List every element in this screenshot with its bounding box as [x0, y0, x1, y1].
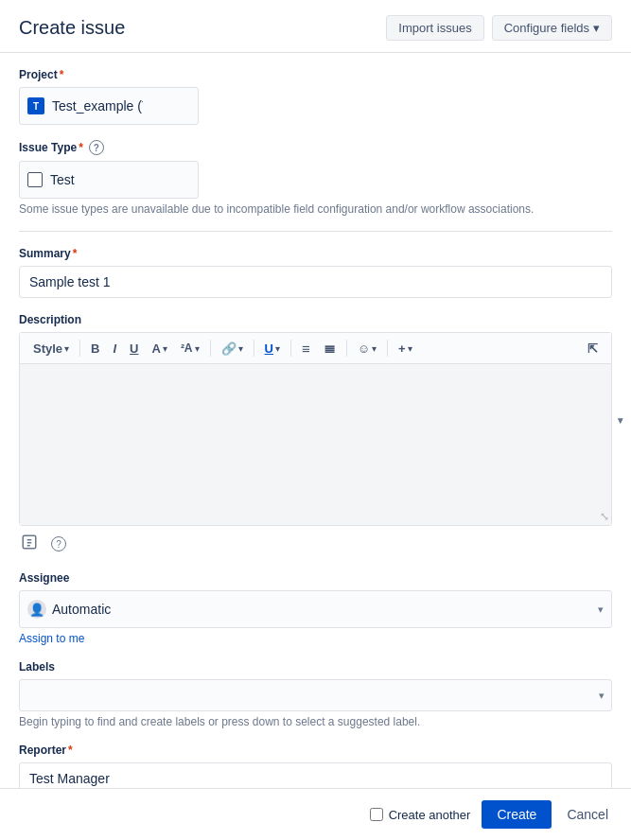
chevron-down-icon: ▾ [618, 414, 623, 427]
project-select[interactable]: Test_example (TST) [50, 92, 173, 120]
divider [19, 231, 612, 232]
assignee-avatar: 👤 [27, 600, 46, 619]
toolbar-divider-2 [210, 340, 211, 357]
header-actions: Import issues Configure fields [386, 15, 612, 41]
assignee-field: Assignee 👤 Automatic ▾ Assign to me [19, 571, 612, 645]
attach-button[interactable] [19, 532, 40, 556]
toolbar-divider [79, 340, 80, 357]
labels-field: Labels ▾ Begin typing to find and create… [19, 660, 612, 728]
issue-type-select-wrapper[interactable]: Test ▾ [19, 161, 199, 199]
create-another-label: Create another [389, 808, 471, 822]
bullet-list-button[interactable]: ≡ [296, 338, 316, 359]
chevron-down-icon: ▾ [372, 343, 377, 354]
reporter-field: Reporter* Start typing to get a list of … [19, 744, 612, 788]
description-field: Description Style ▾ B I U A ▾ [19, 313, 612, 556]
assign-to-me-link[interactable]: Assign to me [19, 632, 84, 645]
description-help-icon[interactable]: ? [51, 536, 66, 551]
assignee-select-wrapper[interactable]: 👤 Automatic ▾ [19, 590, 612, 628]
expand-button[interactable]: ⇱ [582, 339, 604, 359]
assignee-select[interactable]: Automatic [52, 595, 598, 623]
cancel-button[interactable]: Cancel [563, 800, 612, 829]
font-size-button[interactable]: ²A ▾ [175, 339, 205, 358]
issue-type-select[interactable]: Test [48, 166, 171, 194]
underline-button-2[interactable]: U ▾ [259, 339, 286, 359]
chevron-down-icon: ▾ [598, 604, 604, 616]
project-field: Project* Test_example (TST) ▾ [19, 68, 612, 125]
toolbar-divider-6 [387, 340, 388, 357]
chevron-down-icon: ▾ [238, 343, 243, 354]
link-button[interactable]: 🔗 ▾ [216, 339, 249, 359]
project-select-wrapper[interactable]: Test_example (TST) ▾ [19, 87, 199, 125]
configure-fields-button[interactable]: Configure fields [492, 15, 612, 41]
summary-field: Summary* [19, 247, 612, 298]
toolbar-divider-3 [254, 340, 254, 357]
chevron-down-icon: ▾ [195, 343, 200, 354]
chevron-down-icon: ▾ [275, 343, 280, 354]
bold-button[interactable]: B [85, 339, 105, 359]
issue-type-warning: Some issue types are unavailable due to … [19, 202, 612, 216]
chevron-down-icon: ▾ [163, 343, 167, 354]
toolbar-divider-5 [346, 340, 347, 357]
chevron-down-icon: ▾ [64, 343, 69, 354]
project-icon [27, 97, 44, 114]
chevron-down-icon: ▾ [408, 343, 412, 354]
reporter-label: Reporter* [19, 744, 612, 757]
resize-handle[interactable]: ⤡ [600, 510, 609, 523]
issue-type-row: Test ▾ [19, 161, 612, 199]
style-button[interactable]: Style ▾ [27, 339, 75, 359]
create-issue-modal: Create issue Import issues Configure fie… [0, 0, 631, 840]
more-button[interactable]: + ▾ [393, 339, 418, 359]
modal-body: Project* Test_example (TST) ▾ Issue Type… [0, 53, 631, 788]
modal-footer: Create another Create Cancel [0, 788, 631, 840]
issue-type-field: Issue Type* ? Test ▾ Some issue types ar… [19, 140, 612, 216]
description-label: Description [19, 313, 612, 326]
chevron-down-icon: ▾ [618, 414, 623, 427]
page-title: Create issue [19, 17, 125, 39]
create-another-checkbox-group: Create another [370, 808, 471, 822]
description-editor: Style ▾ B I U A ▾ ²A ▾ [19, 332, 612, 526]
labels-select[interactable] [19, 679, 612, 711]
underline-button[interactable]: U [124, 339, 144, 359]
labels-hint: Begin typing to find and create labels o… [19, 715, 612, 728]
numbered-list-button[interactable]: ≣ [318, 337, 342, 359]
toolbar-divider-4 [290, 340, 291, 357]
assignee-label: Assignee [19, 571, 612, 585]
labels-label: Labels [19, 660, 612, 674]
italic-button[interactable]: I [107, 339, 122, 359]
chevron-down-icon [593, 21, 600, 35]
summary-input[interactable] [19, 266, 612, 298]
issue-type-label: Issue Type* ? [19, 140, 612, 155]
attach-icons-bar: ? [19, 532, 612, 556]
project-label: Project* [19, 68, 612, 81]
help-icon[interactable]: ? [89, 140, 104, 155]
emoji-button[interactable]: ☺ ▾ [352, 339, 382, 359]
create-another-checkbox[interactable] [370, 808, 383, 821]
import-issues-button[interactable]: Import issues [386, 15, 483, 41]
modal-header: Create issue Import issues Configure fie… [0, 0, 631, 53]
issue-type-icon [27, 172, 43, 187]
text-color-button[interactable]: A ▾ [146, 339, 172, 359]
editor-toolbar: Style ▾ B I U A ▾ ²A ▾ [20, 333, 611, 364]
create-button[interactable]: Create [482, 800, 552, 829]
reporter-input[interactable] [19, 762, 612, 788]
description-content[interactable]: ⤡ [20, 364, 611, 525]
summary-label: Summary* [19, 247, 612, 260]
